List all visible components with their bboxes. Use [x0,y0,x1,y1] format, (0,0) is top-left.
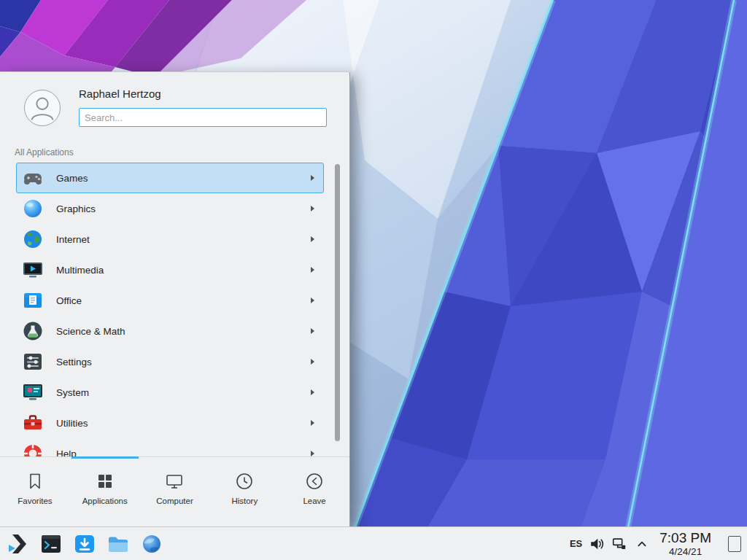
active-tab-indicator [71,456,139,459]
application-launcher-menu: Raphael Hertzog All Applications GamesGr… [0,71,350,526]
science-flask-icon [21,319,44,343]
wired-network-icon [611,536,627,552]
digital-clock[interactable]: 7:03 PM 4/24/21 [659,530,711,556]
taskbar-app-web-browser[interactable] [140,532,163,556]
expand-tray-arrow-icon [634,536,650,552]
graphics-orb-icon [21,197,44,220]
submenu-arrow-icon [311,451,314,456]
tab-computer[interactable]: Computer [140,457,210,526]
web-browser-globe-icon [140,532,163,556]
utilities-toolbox-icon [21,411,44,435]
computer-monitor-icon [164,471,185,491]
tab-history[interactable]: History [209,457,279,526]
category-label: Office [56,295,311,306]
help-lifebuoy-icon [21,442,44,457]
office-document-icon [21,289,44,312]
taskbar-app-software-center[interactable] [73,532,96,556]
bookmark-icon [25,471,45,491]
application-launcher-button[interactable] [6,532,29,556]
user-avatar-icon [25,90,60,125]
clock-time: 7:03 PM [659,530,711,545]
submenu-arrow-icon [311,267,314,273]
software-center-icon [73,532,96,556]
file-manager-folder-icon [107,532,130,556]
taskbar-app-file-manager[interactable] [107,532,130,556]
tab-applications[interactable]: Applications [70,457,140,526]
tab-label: History [231,497,258,505]
category-label: Internet [56,234,311,245]
submenu-arrow-icon [311,206,314,211]
submenu-arrow-icon [311,359,314,365]
submenu-arrow-icon [311,328,314,334]
user-avatar[interactable] [24,90,61,126]
submenu-arrow-icon [311,420,314,426]
leave-icon [304,471,325,491]
history-clock-icon [234,471,255,491]
gamepad-icon [21,166,44,190]
app-grid-icon [95,471,115,491]
volume-icon [589,536,605,552]
category-item-office[interactable]: Office [16,285,324,316]
category-item-games[interactable]: Games [16,163,324,193]
section-label: All Applications [15,147,74,158]
show-desktop-button[interactable] [728,536,741,552]
submenu-arrow-icon [311,298,314,303]
user-name: Raphael Hertzog [79,88,161,100]
category-item-internet[interactable]: Internet [16,224,324,254]
category-item-help[interactable]: Help [16,438,324,457]
category-item-graphics[interactable]: Graphics [16,193,324,224]
category-item-science-math[interactable]: Science & Math [16,316,324,346]
keyboard-layout-indicator[interactable]: ES [570,538,582,549]
app-launcher-icon [6,532,29,556]
category-item-utilities[interactable]: Utilities [16,408,324,438]
submenu-arrow-icon [311,175,314,181]
volume-tray-button[interactable] [589,536,605,552]
taskbar-app-terminal[interactable] [39,532,63,556]
category-label: Science & Math [56,326,311,337]
category-label: Graphics [56,203,311,214]
taskbar-panel: ES 7:03 PM 4/24/21 [0,526,747,560]
tab-label: Favorites [18,497,52,505]
category-item-multimedia[interactable]: Multimedia [16,254,324,285]
category-item-settings[interactable]: Settings [16,346,324,377]
search-input[interactable] [79,108,327,127]
desktop: Raphael Hertzog All Applications GamesGr… [0,0,747,560]
tab-label: Applications [82,497,128,505]
system-tray: ES 7:03 PM 4/24/21 [570,530,747,556]
multimedia-screen-icon [21,258,44,281]
expand-tray-arrow-tray-button[interactable] [634,536,650,552]
settings-sliders-icon [21,350,44,373]
category-label: System [56,387,311,398]
wired-network-tray-button[interactable] [611,536,627,552]
category-list: GamesGraphicsInternetMultimediaOfficeSci… [0,163,334,457]
category-label: Settings [56,357,311,368]
clock-date: 4/24/21 [669,546,702,557]
tab-label: Computer [156,497,193,505]
system-monitor-icon [21,381,44,404]
category-label: Multimedia [56,265,311,276]
terminal-icon [39,532,63,556]
tab-label: Leave [303,497,325,505]
category-label: Games [56,173,311,184]
category-label: Utilities [56,418,311,429]
list-scrollbar[interactable] [335,164,340,441]
submenu-arrow-icon [311,389,314,395]
tab-leave[interactable]: Leave [279,457,349,526]
globe-icon [21,228,44,251]
submenu-arrow-icon [311,236,314,242]
category-item-system[interactable]: System [16,377,324,408]
launcher-tab-bar: FavoritesApplicationsComputerHistoryLeav… [0,456,349,526]
tab-favorites[interactable]: Favorites [0,457,70,526]
